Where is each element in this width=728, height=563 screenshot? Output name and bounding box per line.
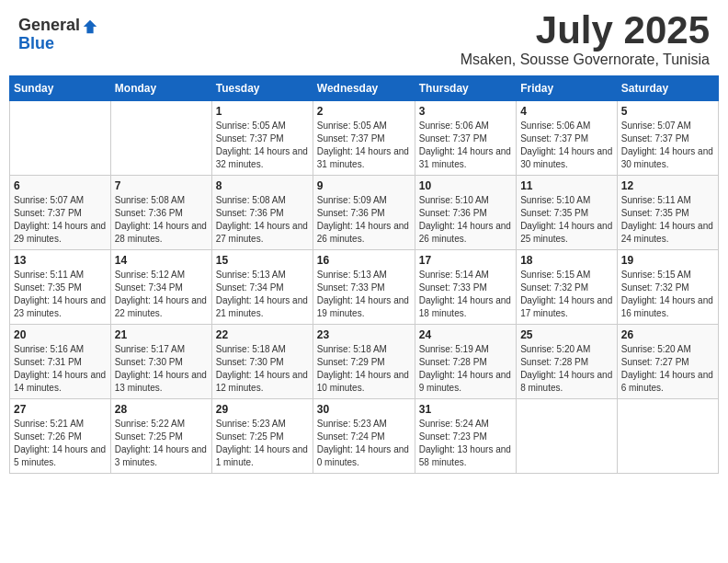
logo-general: General: [18, 16, 80, 34]
week-row-3: 13Sunrise: 5:11 AMSunset: 7:35 PMDayligh…: [10, 250, 719, 325]
day-cell: 27Sunrise: 5:21 AMSunset: 7:26 PMDayligh…: [10, 399, 111, 474]
day-cell: [617, 399, 718, 474]
day-number: 16: [317, 254, 411, 267]
col-header-sunday: Sunday: [10, 76, 111, 101]
logo: General Blue: [18, 17, 98, 53]
week-row-1: 1Sunrise: 5:05 AMSunset: 7:37 PMDaylight…: [10, 101, 719, 176]
day-number: 25: [520, 328, 613, 341]
day-number: 7: [115, 179, 208, 192]
day-number: 15: [216, 254, 309, 267]
day-cell: 12Sunrise: 5:11 AMSunset: 7:35 PMDayligh…: [617, 176, 718, 250]
day-info: Sunrise: 5:14 AMSunset: 7:33 PMDaylight:…: [419, 269, 512, 320]
col-header-thursday: Thursday: [415, 76, 516, 101]
day-cell: 13Sunrise: 5:11 AMSunset: 7:35 PMDayligh…: [10, 250, 111, 325]
day-cell: 2Sunrise: 5:05 AMSunset: 7:37 PMDaylight…: [313, 101, 415, 176]
day-cell: 18Sunrise: 5:15 AMSunset: 7:32 PMDayligh…: [517, 250, 618, 325]
col-header-saturday: Saturday: [617, 76, 718, 101]
col-header-tuesday: Tuesday: [211, 76, 313, 101]
day-info: Sunrise: 5:18 AMSunset: 7:29 PMDaylight:…: [317, 343, 411, 395]
day-info: Sunrise: 5:08 AMSunset: 7:36 PMDaylight:…: [216, 194, 309, 246]
day-info: Sunrise: 5:05 AMSunset: 7:37 PMDaylight:…: [317, 120, 411, 171]
day-number: 9: [317, 179, 411, 192]
day-number: 14: [115, 254, 208, 267]
day-info: Sunrise: 5:19 AMSunset: 7:28 PMDaylight:…: [419, 343, 512, 395]
day-info: Sunrise: 5:06 AMSunset: 7:37 PMDaylight:…: [419, 120, 512, 171]
day-cell: 9Sunrise: 5:09 AMSunset: 7:36 PMDaylight…: [313, 176, 415, 250]
day-number: 10: [419, 179, 512, 192]
day-cell: 17Sunrise: 5:14 AMSunset: 7:33 PMDayligh…: [415, 250, 516, 325]
day-number: 28: [115, 403, 208, 416]
day-number: 4: [520, 105, 613, 118]
day-info: Sunrise: 5:12 AMSunset: 7:34 PMDaylight:…: [115, 269, 208, 320]
day-info: Sunrise: 5:10 AMSunset: 7:36 PMDaylight:…: [419, 194, 512, 246]
day-cell: 21Sunrise: 5:17 AMSunset: 7:30 PMDayligh…: [110, 325, 211, 399]
day-cell: 5Sunrise: 5:07 AMSunset: 7:37 PMDaylight…: [617, 101, 718, 176]
day-info: Sunrise: 5:20 AMSunset: 7:27 PMDaylight:…: [621, 343, 714, 395]
day-info: Sunrise: 5:07 AMSunset: 7:37 PMDaylight:…: [14, 194, 107, 246]
day-cell: 22Sunrise: 5:18 AMSunset: 7:30 PMDayligh…: [211, 325, 313, 399]
day-info: Sunrise: 5:23 AMSunset: 7:25 PMDaylight:…: [216, 418, 309, 469]
day-cell: 25Sunrise: 5:20 AMSunset: 7:28 PMDayligh…: [517, 325, 618, 399]
day-info: Sunrise: 5:06 AMSunset: 7:37 PMDaylight:…: [520, 120, 613, 171]
logo-blue: Blue: [18, 35, 98, 53]
logo-icon: [82, 18, 98, 35]
day-number: 22: [216, 328, 309, 341]
day-number: 31: [419, 403, 512, 416]
day-number: 29: [216, 403, 309, 416]
day-info: Sunrise: 5:21 AMSunset: 7:26 PMDaylight:…: [14, 418, 107, 469]
day-info: Sunrise: 5:05 AMSunset: 7:37 PMDaylight:…: [216, 120, 309, 171]
day-number: 11: [520, 179, 613, 192]
day-cell: 23Sunrise: 5:18 AMSunset: 7:29 PMDayligh…: [313, 325, 415, 399]
day-info: Sunrise: 5:08 AMSunset: 7:36 PMDaylight:…: [115, 194, 208, 246]
day-cell: 3Sunrise: 5:06 AMSunset: 7:37 PMDaylight…: [415, 101, 516, 176]
day-cell: 11Sunrise: 5:10 AMSunset: 7:35 PMDayligh…: [517, 176, 618, 250]
day-info: Sunrise: 5:20 AMSunset: 7:28 PMDaylight:…: [520, 343, 613, 395]
day-info: Sunrise: 5:22 AMSunset: 7:25 PMDaylight:…: [115, 418, 208, 469]
day-cell: 19Sunrise: 5:15 AMSunset: 7:32 PMDayligh…: [617, 250, 718, 325]
day-info: Sunrise: 5:17 AMSunset: 7:30 PMDaylight:…: [115, 343, 208, 395]
day-info: Sunrise: 5:11 AMSunset: 7:35 PMDaylight:…: [14, 269, 107, 320]
week-row-4: 20Sunrise: 5:16 AMSunset: 7:31 PMDayligh…: [10, 325, 719, 399]
day-cell: 7Sunrise: 5:08 AMSunset: 7:36 PMDaylight…: [110, 176, 211, 250]
day-number: 20: [14, 328, 107, 341]
day-number: 2: [317, 105, 411, 118]
day-info: Sunrise: 5:07 AMSunset: 7:37 PMDaylight:…: [621, 120, 714, 171]
week-row-2: 6Sunrise: 5:07 AMSunset: 7:37 PMDaylight…: [10, 176, 719, 250]
day-info: Sunrise: 5:11 AMSunset: 7:35 PMDaylight:…: [621, 194, 714, 246]
day-cell: 1Sunrise: 5:05 AMSunset: 7:37 PMDaylight…: [211, 101, 313, 176]
day-number: 17: [419, 254, 512, 267]
day-cell: 8Sunrise: 5:08 AMSunset: 7:36 PMDaylight…: [211, 176, 313, 250]
day-cell: 31Sunrise: 5:24 AMSunset: 7:23 PMDayligh…: [415, 399, 516, 474]
day-cell: 26Sunrise: 5:20 AMSunset: 7:27 PMDayligh…: [617, 325, 718, 399]
day-cell: 30Sunrise: 5:23 AMSunset: 7:24 PMDayligh…: [313, 399, 415, 474]
day-cell: [10, 101, 111, 176]
week-row-5: 27Sunrise: 5:21 AMSunset: 7:26 PMDayligh…: [10, 399, 719, 474]
day-number: 13: [14, 254, 107, 267]
subtitle: Msaken, Sousse Governorate, Tunisia: [461, 52, 710, 68]
day-info: Sunrise: 5:09 AMSunset: 7:36 PMDaylight:…: [317, 194, 411, 246]
day-number: 21: [115, 328, 208, 341]
day-info: Sunrise: 5:15 AMSunset: 7:32 PMDaylight:…: [520, 269, 613, 320]
day-number: 30: [317, 403, 411, 416]
day-number: 5: [621, 105, 714, 118]
day-info: Sunrise: 5:24 AMSunset: 7:23 PMDaylight:…: [419, 418, 512, 469]
day-cell: 10Sunrise: 5:10 AMSunset: 7:36 PMDayligh…: [415, 176, 516, 250]
day-number: 19: [621, 254, 714, 267]
day-number: 23: [317, 328, 411, 341]
day-info: Sunrise: 5:15 AMSunset: 7:32 PMDaylight:…: [621, 269, 714, 320]
day-number: 12: [621, 179, 714, 192]
day-cell: 14Sunrise: 5:12 AMSunset: 7:34 PMDayligh…: [110, 250, 211, 325]
day-number: 24: [419, 328, 512, 341]
day-info: Sunrise: 5:23 AMSunset: 7:24 PMDaylight:…: [317, 418, 411, 469]
day-cell: 29Sunrise: 5:23 AMSunset: 7:25 PMDayligh…: [211, 399, 313, 474]
calendar-header-row: SundayMondayTuesdayWednesdayThursdayFrid…: [10, 76, 719, 101]
day-number: 6: [14, 179, 107, 192]
day-cell: 28Sunrise: 5:22 AMSunset: 7:25 PMDayligh…: [110, 399, 211, 474]
day-info: Sunrise: 5:10 AMSunset: 7:35 PMDaylight:…: [520, 194, 613, 246]
col-header-monday: Monday: [110, 76, 211, 101]
day-cell: 20Sunrise: 5:16 AMSunset: 7:31 PMDayligh…: [10, 325, 111, 399]
day-number: 1: [216, 105, 309, 118]
day-info: Sunrise: 5:13 AMSunset: 7:33 PMDaylight:…: [317, 269, 411, 320]
day-cell: 16Sunrise: 5:13 AMSunset: 7:33 PMDayligh…: [313, 250, 415, 325]
day-cell: 6Sunrise: 5:07 AMSunset: 7:37 PMDaylight…: [10, 176, 111, 250]
